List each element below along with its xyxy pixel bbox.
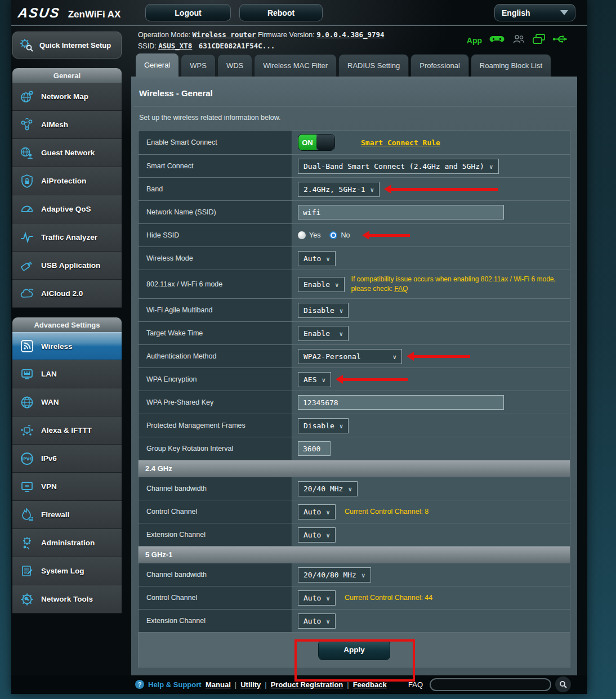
main-area: Operation Mode: Wireless router Firmware… xyxy=(131,26,577,675)
extension-channel-24-select[interactable]: Auto xyxy=(298,527,336,543)
tab-wps[interactable]: WPS xyxy=(181,54,216,77)
sidebar-item-ipv6[interactable]: IPV6 IPv6 xyxy=(12,445,122,473)
annotation-arrow-hide-ssid xyxy=(369,234,410,237)
tab-wds[interactable]: WDS xyxy=(217,54,252,77)
firmware-label: Firmware Version: xyxy=(258,31,315,39)
row-24-extension-channel: Extension Channel Auto xyxy=(139,523,570,546)
wpa-key-input[interactable] xyxy=(298,395,504,410)
sidebar-item-guest-network[interactable]: Guest Network xyxy=(12,139,122,167)
row-network-name: Network Name (SSID) xyxy=(139,201,570,224)
sidebar-item-usb-application[interactable]: USB Application xyxy=(12,252,122,280)
target-wake-time-select[interactable]: Enable xyxy=(298,326,349,341)
radio-yes[interactable] xyxy=(298,231,306,239)
game-controller-icon[interactable] xyxy=(489,34,505,48)
firmware-version-link[interactable]: 9.0.0.4.386_9794 xyxy=(316,30,384,39)
chevron-down-icon xyxy=(339,329,343,338)
sidebar-item-alexa-ifttt[interactable]: Alexa & IFTTT xyxy=(12,416,122,445)
row-5-control-channel: Control Channel Auto Current Control Cha… xyxy=(139,586,570,610)
sidebar-item-network-map[interactable]: Network Map xyxy=(12,83,122,111)
field-label: Group Key Rotation Interval xyxy=(139,437,292,460)
row-hide-ssid: Hide SSID Yes No xyxy=(139,224,570,247)
operation-mode-link[interactable]: Wireless router xyxy=(193,30,256,39)
sidebar-item-aicloud[interactable]: AiCloud 2.0 xyxy=(12,280,122,308)
sidebar-item-label: USB Application xyxy=(41,261,100,270)
sidebar-section-advanced: Advanced Settings xyxy=(12,317,122,332)
alexa-ifttt-icon xyxy=(19,423,35,438)
wpa-encryption-select[interactable]: AES xyxy=(298,372,331,387)
band-select[interactable]: 2.4GHz, 5GHz-1 xyxy=(298,182,380,197)
ssid-link[interactable]: ASUS_XT8 xyxy=(158,42,192,50)
users-icon[interactable] xyxy=(512,34,525,47)
sidebar-item-traffic-analyzer[interactable]: Traffic Analyzer xyxy=(12,223,122,252)
faq-link[interactable]: FAQ xyxy=(394,285,408,293)
sidebar-item-system-log[interactable]: System Log xyxy=(12,557,122,585)
sidebar-item-label: Traffic Analyzer xyxy=(41,233,97,241)
language-dropdown[interactable]: English xyxy=(494,4,575,21)
annotation-arrow-band xyxy=(391,188,498,191)
annotation-arrow-auth-method xyxy=(414,355,470,358)
logout-button[interactable]: Logout xyxy=(145,4,231,21)
usb-icon[interactable] xyxy=(552,34,569,47)
sidebar-item-vpn[interactable]: VPN xyxy=(12,473,122,501)
gauge-icon xyxy=(19,201,35,217)
sidebar-item-administration[interactable]: Administration xyxy=(12,529,122,557)
chevron-down-icon xyxy=(340,422,343,430)
tab-general[interactable]: General xyxy=(135,53,179,77)
channel-bandwidth-24-select[interactable]: 20/40 MHz xyxy=(298,481,358,496)
control-channel-24-select[interactable]: Auto xyxy=(298,504,336,519)
group-key-interval-input[interactable] xyxy=(298,441,331,456)
field-label: Band xyxy=(139,178,292,200)
channel-bandwidth-5-select[interactable]: 20/40/80 MHz xyxy=(298,567,371,582)
language-label: English xyxy=(502,8,530,17)
product-registration-link[interactable]: Product Registration xyxy=(271,680,343,689)
tab-wireless-mac-filter[interactable]: Wireless MAC Filter xyxy=(254,54,337,77)
utility-link[interactable]: Utility xyxy=(240,680,261,689)
smart-connect-toggle[interactable]: ON xyxy=(298,134,335,151)
radio-no-selected[interactable] xyxy=(329,231,337,239)
sidebar-item-wireless[interactable]: Wireless xyxy=(12,332,122,360)
sidebar-item-label: Firewall xyxy=(41,510,69,519)
ssid-input[interactable] xyxy=(298,205,504,219)
tab-roaming-block-list[interactable]: Roaming Block List xyxy=(471,54,551,77)
smart-connect-select[interactable]: Dual-Band Smart Connect (2.4GHz and 5GHz… xyxy=(298,159,499,174)
top-header: ASUS ZenWiFi AX Logout Reboot English xyxy=(11,0,587,26)
current-control-channel-24: Current Control Channel: 8 xyxy=(345,508,428,516)
smart-connect-rule-link[interactable]: Smart Connect Rule xyxy=(361,138,440,147)
wireless-mode-select[interactable]: Auto xyxy=(298,251,336,266)
auth-method-select[interactable]: WPA2-Personal xyxy=(298,349,402,364)
row-wireless-mode: Wireless Mode Auto xyxy=(139,247,570,270)
search-button[interactable] xyxy=(555,676,571,692)
chevron-down-icon xyxy=(348,485,352,493)
sidebar-item-aiprotection[interactable]: AiProtection xyxy=(12,167,122,195)
sidebar-item-quick-internet-setup[interactable]: Quick Internet Setup xyxy=(12,32,122,59)
agile-multiband-select[interactable]: Disable xyxy=(298,303,349,318)
manual-link[interactable]: Manual xyxy=(206,680,231,689)
header-status-icons: App xyxy=(467,34,569,48)
wifi6-mode-select[interactable]: Enable xyxy=(298,277,345,292)
sidebar-item-label: WAN xyxy=(41,398,59,406)
sidebar-item-firewall[interactable]: Firewall xyxy=(12,501,122,529)
app-label[interactable]: App xyxy=(467,35,482,46)
tab-radius-setting[interactable]: RADIUS Setting xyxy=(338,54,409,77)
annotation-rect-apply xyxy=(294,639,415,682)
chevron-down-icon xyxy=(326,254,330,263)
annotation-arrow-wpa-encryption xyxy=(343,378,408,381)
row-enable-smart-connect: Enable Smart Connect ON Smart Connect Ru… xyxy=(139,131,570,155)
sidebar-item-wan[interactable]: WAN xyxy=(12,388,122,416)
sidebar-item-aimesh[interactable]: AiMesh xyxy=(12,111,122,139)
help-support-link[interactable]: Help & Support xyxy=(148,680,202,689)
wireless-icon xyxy=(19,338,35,354)
tab-professional[interactable]: Professional xyxy=(410,54,469,77)
control-channel-5-select[interactable]: Auto xyxy=(298,590,336,606)
cloud-icon xyxy=(19,286,35,302)
feedback-link[interactable]: Feedback xyxy=(353,680,387,689)
reboot-button[interactable]: Reboot xyxy=(239,4,323,21)
extension-channel-5-select[interactable]: Auto xyxy=(298,613,336,629)
mirror-screens-icon[interactable] xyxy=(533,34,545,48)
sidebar-item-adaptive-qos[interactable]: Adaptive QoS xyxy=(12,195,122,223)
firewall-flame-icon xyxy=(19,507,35,523)
faq-search-input[interactable] xyxy=(430,678,551,691)
sidebar-item-network-tools[interactable]: Network Tools xyxy=(12,585,122,613)
pmf-select[interactable]: Disable xyxy=(298,418,349,433)
sidebar-item-lan[interactable]: LAN xyxy=(12,360,122,388)
